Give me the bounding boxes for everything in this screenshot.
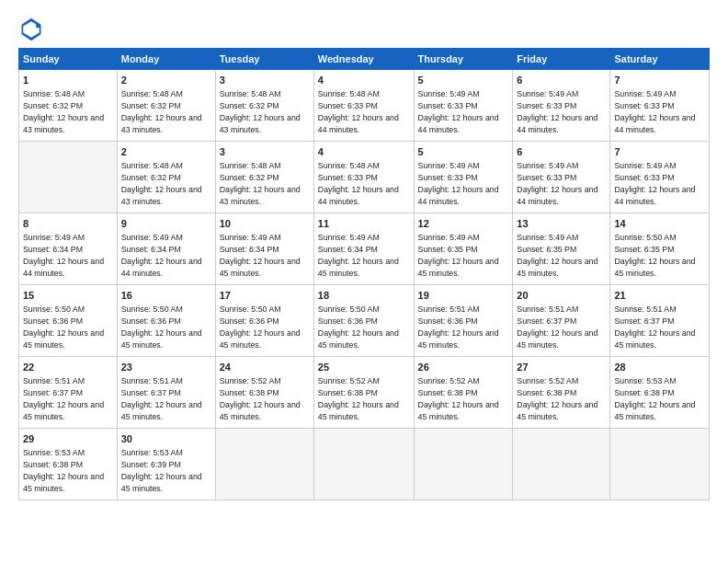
calendar-cell: 29Sunrise: 5:53 AMSunset: 6:38 PMDayligh… bbox=[19, 429, 118, 500]
calendar-header-cell: Tuesday bbox=[215, 49, 313, 70]
calendar-cell: 17Sunrise: 5:50 AMSunset: 6:36 PMDayligh… bbox=[215, 285, 313, 357]
calendar-cell: 9Sunrise: 5:49 AMSunset: 6:34 PMDaylight… bbox=[117, 213, 215, 285]
calendar-cell: 15Sunrise: 5:50 AMSunset: 6:36 PMDayligh… bbox=[19, 285, 118, 357]
calendar-cell bbox=[610, 429, 710, 500]
calendar-cell bbox=[215, 429, 313, 500]
calendar-header-cell: Friday bbox=[513, 49, 610, 70]
calendar-row: 22Sunrise: 5:51 AMSunset: 6:37 PMDayligh… bbox=[19, 357, 710, 429]
calendar-cell: 2Sunrise: 5:48 AMSunset: 6:32 PMDaylight… bbox=[117, 70, 215, 142]
calendar-cell: 13Sunrise: 5:49 AMSunset: 6:35 PMDayligh… bbox=[513, 213, 610, 285]
calendar-cell: 26Sunrise: 5:52 AMSunset: 6:38 PMDayligh… bbox=[414, 357, 513, 429]
calendar-cell: 7Sunrise: 5:49 AMSunset: 6:33 PMDaylight… bbox=[610, 70, 710, 142]
calendar-cell: 11Sunrise: 5:49 AMSunset: 6:34 PMDayligh… bbox=[313, 213, 414, 285]
calendar-cell: 14Sunrise: 5:50 AMSunset: 6:35 PMDayligh… bbox=[610, 213, 710, 285]
calendar-cell: 2Sunrise: 5:48 AMSunset: 6:32 PMDaylight… bbox=[117, 142, 215, 213]
calendar-cell: 27Sunrise: 5:52 AMSunset: 6:38 PMDayligh… bbox=[513, 357, 610, 429]
calendar-cell: 24Sunrise: 5:52 AMSunset: 6:38 PMDayligh… bbox=[215, 357, 313, 429]
calendar-cell: 23Sunrise: 5:51 AMSunset: 6:37 PMDayligh… bbox=[117, 357, 215, 429]
page: SundayMondayTuesdayWednesdayThursdayFrid… bbox=[0, 0, 728, 510]
calendar-header-cell: Saturday bbox=[610, 49, 710, 70]
calendar-row: 2Sunrise: 5:48 AMSunset: 6:32 PMDaylight… bbox=[19, 142, 710, 213]
calendar-cell: 16Sunrise: 5:50 AMSunset: 6:36 PMDayligh… bbox=[117, 285, 215, 357]
calendar-header-cell: Thursday bbox=[414, 49, 513, 70]
calendar-row: 29Sunrise: 5:53 AMSunset: 6:38 PMDayligh… bbox=[19, 429, 710, 500]
calendar-cell: 1Sunrise: 5:48 AMSunset: 6:32 PMDaylight… bbox=[19, 70, 118, 142]
calendar-cell: 6Sunrise: 5:49 AMSunset: 6:33 PMDaylight… bbox=[513, 142, 610, 213]
calendar-cell: 21Sunrise: 5:51 AMSunset: 6:37 PMDayligh… bbox=[610, 285, 710, 357]
calendar-header-cell: Wednesday bbox=[313, 49, 414, 70]
calendar-header-row: SundayMondayTuesdayWednesdayThursdayFrid… bbox=[19, 49, 710, 70]
header bbox=[18, 17, 710, 42]
calendar-cell: 4Sunrise: 5:48 AMSunset: 6:33 PMDaylight… bbox=[313, 142, 414, 213]
calendar-cell: 30Sunrise: 5:53 AMSunset: 6:39 PMDayligh… bbox=[117, 429, 215, 500]
calendar-cell: 19Sunrise: 5:51 AMSunset: 6:36 PMDayligh… bbox=[414, 285, 513, 357]
calendar-cell bbox=[414, 429, 513, 500]
calendar-cell: 7Sunrise: 5:49 AMSunset: 6:33 PMDaylight… bbox=[610, 142, 710, 213]
calendar-cell: 4Sunrise: 5:48 AMSunset: 6:33 PMDaylight… bbox=[313, 70, 414, 142]
calendar-header-cell: Sunday bbox=[19, 49, 118, 70]
calendar-cell: 20Sunrise: 5:51 AMSunset: 6:37 PMDayligh… bbox=[513, 285, 610, 357]
calendar-cell: 5Sunrise: 5:49 AMSunset: 6:33 PMDaylight… bbox=[414, 70, 513, 142]
calendar-cell bbox=[513, 429, 610, 500]
calendar-cell bbox=[313, 429, 414, 500]
logo-icon bbox=[18, 17, 44, 42]
calendar-body: 1Sunrise: 5:48 AMSunset: 6:32 PMDaylight… bbox=[19, 70, 710, 500]
logo bbox=[18, 17, 48, 42]
calendar-cell: 10Sunrise: 5:49 AMSunset: 6:34 PMDayligh… bbox=[215, 213, 313, 285]
calendar-cell: 25Sunrise: 5:52 AMSunset: 6:38 PMDayligh… bbox=[313, 357, 414, 429]
calendar-row: 8Sunrise: 5:49 AMSunset: 6:34 PMDaylight… bbox=[19, 213, 710, 285]
calendar-cell: 18Sunrise: 5:50 AMSunset: 6:36 PMDayligh… bbox=[313, 285, 414, 357]
calendar-cell: 3Sunrise: 5:48 AMSunset: 6:32 PMDaylight… bbox=[215, 70, 313, 142]
calendar-row: 15Sunrise: 5:50 AMSunset: 6:36 PMDayligh… bbox=[19, 285, 710, 357]
calendar-row: 1Sunrise: 5:48 AMSunset: 6:32 PMDaylight… bbox=[19, 70, 710, 142]
calendar-cell: 22Sunrise: 5:51 AMSunset: 6:37 PMDayligh… bbox=[19, 357, 118, 429]
calendar-header-cell: Monday bbox=[117, 49, 215, 70]
calendar-table: SundayMondayTuesdayWednesdayThursdayFrid… bbox=[18, 48, 710, 500]
calendar-cell: 8Sunrise: 5:49 AMSunset: 6:34 PMDaylight… bbox=[19, 213, 118, 285]
calendar-cell bbox=[19, 142, 118, 213]
calendar-cell: 6Sunrise: 5:49 AMSunset: 6:33 PMDaylight… bbox=[513, 70, 610, 142]
calendar-cell: 5Sunrise: 5:49 AMSunset: 6:33 PMDaylight… bbox=[414, 142, 513, 213]
calendar-cell: 28Sunrise: 5:53 AMSunset: 6:38 PMDayligh… bbox=[610, 357, 710, 429]
calendar-cell: 3Sunrise: 5:48 AMSunset: 6:32 PMDaylight… bbox=[215, 142, 313, 213]
calendar-cell: 12Sunrise: 5:49 AMSunset: 6:35 PMDayligh… bbox=[414, 213, 513, 285]
